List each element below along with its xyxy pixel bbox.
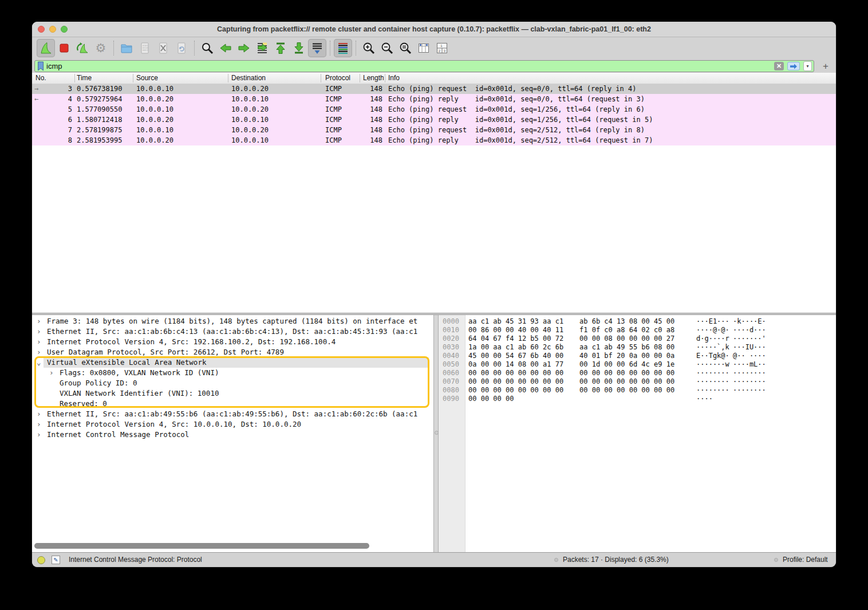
- status-profile[interactable]: Profile: Default: [783, 553, 828, 567]
- hex-row-0000[interactable]: 0000aa c1 ab 45 31 93 aa c1ab 6b c4 13 0…: [439, 317, 836, 326]
- open-file-button[interactable]: [117, 39, 136, 57]
- expander-closed-icon[interactable]: ›: [37, 347, 41, 357]
- zoom-out-button[interactable]: [378, 39, 396, 57]
- filter-apply-button[interactable]: [787, 62, 800, 70]
- capture-comment-icon[interactable]: ✎: [52, 556, 60, 564]
- status-bar: ✎ Internet Control Message Protocol: Pro…: [32, 552, 836, 567]
- hex-row-0080[interactable]: 008000 00 00 00 00 00 00 0000 00 00 00 0…: [439, 386, 836, 395]
- detail-row-9[interactable]: ›Ethernet II, Src: aa:c1:ab:49:55:b6 (aa…: [32, 409, 433, 419]
- ascii-left: ········: [696, 369, 729, 377]
- packet-info: Echo (ping) request id=0x001d, seq=0/0, …: [388, 84, 636, 94]
- packet-no: 4: [44, 94, 72, 104]
- hex-bytes-right: f1 0f c0 a8 64 02 c0 a8: [579, 326, 674, 334]
- hex-bytes-left: 0a 00 00 14 08 00 a1 77: [468, 360, 563, 369]
- zoom-in-button[interactable]: [360, 39, 378, 57]
- save-file-button[interactable]: 010101100011: [136, 39, 154, 57]
- filter-clear-button[interactable]: ✕: [774, 62, 784, 70]
- expander-closed-icon[interactable]: ›: [37, 419, 41, 430]
- first-packet-button[interactable]: [271, 39, 290, 57]
- detail-row-6[interactable]: Group Policy ID: 0: [32, 378, 433, 388]
- detail-row-text: Group Policy ID: 0: [60, 378, 137, 388]
- stop-capture-button[interactable]: [55, 39, 73, 57]
- hex-row-0010[interactable]: 001000 86 00 00 40 00 40 11f1 0f c0 a8 6…: [439, 326, 836, 334]
- filter-bookmark-icon[interactable]: [35, 61, 46, 71]
- title-bar[interactable]: Capturing from packetflix:// remote clus…: [32, 22, 836, 37]
- packet-row-5[interactable]: 51.57709055010.0.0.1010.0.0.20ICMP148Ech…: [32, 104, 836, 115]
- detail-row-0[interactable]: ›Frame 3: 148 bytes on wire (1184 bits),…: [32, 316, 433, 326]
- expander-closed-icon[interactable]: ›: [37, 430, 41, 440]
- zoom-100-button[interactable]: [396, 39, 415, 57]
- col-header-destination[interactable]: Destination: [231, 73, 266, 83]
- packet-row-8[interactable]: 82.58195399510.0.0.2010.0.0.10ICMP148Ech…: [32, 135, 836, 145]
- col-header-time[interactable]: Time: [77, 73, 92, 83]
- col-header-protocol[interactable]: Protocol: [325, 73, 350, 83]
- display-filter-input[interactable]: icmp ✕ ▾: [34, 60, 814, 72]
- colorize-packets-button[interactable]: [334, 39, 352, 57]
- filter-text[interactable]: icmp: [46, 62, 774, 70]
- packet-source: 10.0.0.10: [136, 104, 173, 115]
- col-header-length[interactable]: Length: [363, 73, 384, 83]
- next-packet-button[interactable]: [235, 39, 253, 57]
- hex-row-0070[interactable]: 007000 00 00 00 00 00 00 0000 00 00 00 0…: [439, 377, 836, 386]
- close-file-button[interactable]: [154, 39, 172, 57]
- go-to-packet-button[interactable]: [253, 39, 271, 57]
- ascii-left: ····: [696, 395, 713, 403]
- detail-row-text: Ethernet II, Src: aa:c1:ab:49:55:b6 (aa:…: [47, 409, 417, 419]
- detail-row-7[interactable]: VXLAN Network Identifier (VNI): 10010: [32, 388, 433, 399]
- last-packet-button[interactable]: [290, 39, 308, 57]
- expander-closed-icon[interactable]: ›: [37, 337, 41, 347]
- expander-closed-icon[interactable]: ›: [37, 316, 41, 326]
- detail-row-8[interactable]: Reserved: 0: [32, 399, 433, 409]
- expert-info-icon[interactable]: [37, 556, 45, 564]
- expander-closed-icon[interactable]: ›: [37, 326, 41, 337]
- layout-123-button[interactable]: 123: [433, 39, 451, 57]
- first-packet-icon: [274, 41, 287, 55]
- filter-dropdown-button[interactable]: ▾: [803, 61, 812, 71]
- packet-time: 0.576738190: [77, 84, 122, 94]
- hex-row-0030[interactable]: 00301a 00 aa c1 ab 60 2c 6baa c1 ab 49 5…: [439, 343, 836, 352]
- packet-row-6[interactable]: 61.58071241810.0.0.2010.0.0.10ICMP148Ech…: [32, 115, 836, 125]
- ascii-left: ········: [696, 386, 729, 395]
- detail-row-10[interactable]: ›Internet Protocol Version 4, Src: 10.0.…: [32, 419, 433, 430]
- detail-row-4[interactable]: ⌄Virtual eXtensible Local Area Network: [32, 357, 433, 368]
- hex-row-0090[interactable]: 009000 00 00 00····: [439, 395, 836, 403]
- col-header-source[interactable]: Source: [136, 73, 158, 83]
- expander-closed-icon[interactable]: ›: [49, 368, 54, 378]
- expander-open-icon[interactable]: ⌄: [37, 357, 41, 368]
- start-capture-button[interactable]: [37, 39, 55, 57]
- detail-row-5[interactable]: ›Flags: 0x0800, VXLAN Network ID (VNI): [32, 368, 433, 378]
- detail-row-11[interactable]: ›Internet Control Message Protocol: [32, 430, 433, 440]
- restart-capture-button[interactable]: [73, 39, 92, 57]
- detail-row-3[interactable]: ›User Datagram Protocol, Src Port: 26612…: [32, 347, 433, 357]
- col-header-no[interactable]: No.: [35, 73, 46, 83]
- hex-row-0060[interactable]: 006000 00 00 00 00 00 00 0000 00 00 00 0…: [439, 369, 836, 377]
- resize-columns-button[interactable]: [415, 39, 433, 57]
- previous-packet-button[interactable]: [216, 39, 235, 57]
- col-header-info[interactable]: Info: [388, 73, 400, 83]
- open-file-icon: [120, 41, 133, 55]
- detail-row-2[interactable]: ›Internet Protocol Version 4, Src: 192.1…: [32, 337, 433, 347]
- packet-row-4[interactable]: ←40.57927596410.0.0.2010.0.0.10ICMP148Ec…: [32, 94, 836, 104]
- detail-row-1[interactable]: ›Ethernet II, Src: aa:c1:ab:6b:c4:13 (aa…: [32, 326, 433, 337]
- find-packet-button[interactable]: [198, 39, 216, 57]
- filter-add-button[interactable]: +: [823, 61, 828, 72]
- auto-scroll-button[interactable]: [308, 39, 326, 57]
- hex-bytes-right: 40 01 bf 20 0a 00 00 0a: [579, 352, 674, 360]
- hex-row-0020[interactable]: 002064 04 67 f4 12 b5 00 7200 00 08 00 0…: [439, 334, 836, 343]
- hex-row-0040[interactable]: 004045 00 00 54 67 6b 40 0040 01 bf 20 0…: [439, 352, 836, 360]
- packet-row-3[interactable]: →30.57673819010.0.0.1010.0.0.20ICMP148Ec…: [32, 84, 836, 94]
- hex-row-0050[interactable]: 00500a 00 00 14 08 00 a1 7700 1d 00 00 6…: [439, 360, 836, 369]
- detail-horizontal-scrollbar[interactable]: [34, 543, 369, 549]
- ascii-right: ········: [733, 369, 766, 377]
- expander-closed-icon[interactable]: ›: [37, 409, 41, 419]
- capture-options-button[interactable]: ⚙: [92, 39, 110, 57]
- hex-bytes-left: 00 00 00 00 00 00 00 00: [468, 386, 563, 395]
- packet-row-7[interactable]: 72.57819987510.0.0.1010.0.0.20ICMP148Ech…: [32, 125, 836, 135]
- status-field-text: Internet Control Message Protocol: Proto…: [69, 553, 202, 567]
- packet-list: →30.57673819010.0.0.1010.0.0.20ICMP148Ec…: [32, 84, 836, 313]
- reload-file-button[interactable]: [172, 39, 191, 57]
- ascii-left: ········: [696, 377, 729, 386]
- splitter-handle[interactable]: [435, 431, 439, 435]
- ascii-left: ·····`,k: [696, 343, 729, 352]
- close-file-icon: [156, 41, 170, 55]
